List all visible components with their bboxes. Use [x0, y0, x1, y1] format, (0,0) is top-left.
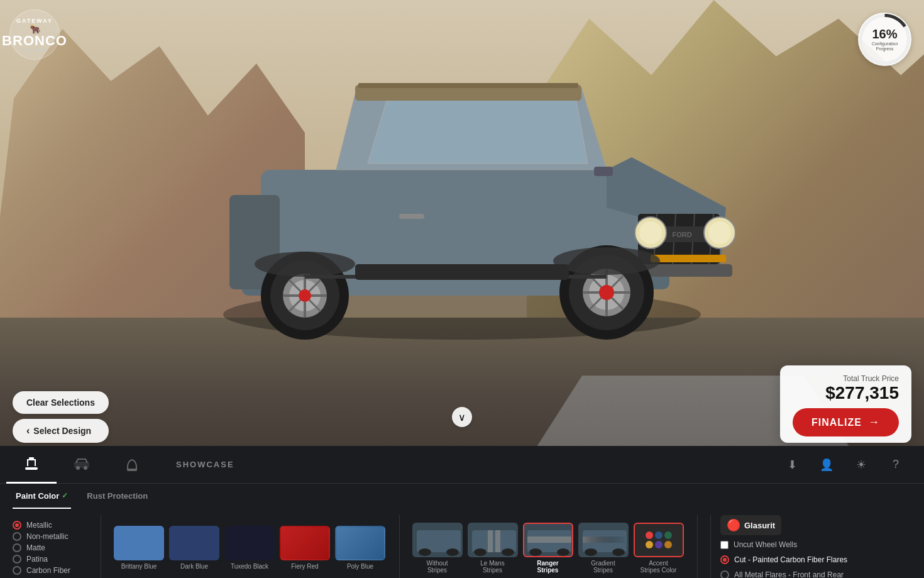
svg-point-65: [585, 548, 597, 556]
svg-point-15: [708, 221, 731, 244]
gradient-stripes-option[interactable]: GradientStripes: [578, 523, 629, 574]
accent-dot-yellow: [646, 541, 653, 548]
chevron-down-icon: ∨: [458, 411, 466, 423]
divider-3: [697, 515, 698, 578]
fiery-red-color[interactable]: [280, 526, 330, 560]
accent-stripes-label: AccentStripes Color: [641, 560, 677, 574]
accent-dot-orange: [664, 541, 672, 548]
ranger-stripes-option[interactable]: RangerStripes: [523, 523, 573, 574]
download-icon[interactable]: ⬇: [779, 452, 805, 477]
svg-point-59: [502, 548, 514, 556]
svg-point-54: [446, 548, 459, 556]
poly-blue-swatch[interactable]: Poly Blue: [335, 526, 385, 570]
brittany-blue-swatch[interactable]: Brittany Blue: [114, 526, 164, 570]
progress-circle: 16% ConfigurationProgress: [858, 13, 911, 66]
matte-radio[interactable]: [13, 543, 21, 552]
accent-stripes-option[interactable]: AccentStripes Color: [634, 523, 684, 574]
matte-filter[interactable]: Matte: [13, 543, 88, 552]
carbon-fiber-label: Carbon Fiber: [26, 566, 70, 575]
progress-inner: 16% ConfigurationProgress: [872, 27, 898, 52]
gradient-stripes-label: GradientStripes: [591, 560, 615, 574]
metallic-radio[interactable]: [13, 521, 21, 530]
carbon-fiber-filter[interactable]: Carbon Fiber: [13, 566, 88, 575]
svg-point-53: [419, 548, 431, 556]
ranger-stripes-label: RangerStripes: [537, 560, 558, 574]
svg-point-14: [639, 221, 662, 244]
svg-point-50: [84, 466, 87, 470]
svg-rect-42: [355, 264, 569, 280]
cut-carbon-radio[interactable]: [720, 555, 729, 564]
svg-point-36: [599, 285, 614, 300]
fiery-red-label: Fiery Red: [291, 563, 318, 570]
le-mans-stripes-option[interactable]: Le MansStripes: [468, 523, 518, 574]
help-icon[interactable]: ?: [883, 452, 908, 477]
accent-dot-red: [646, 531, 653, 539]
svg-rect-57: [495, 530, 500, 552]
without-stripes-preview[interactable]: [412, 523, 463, 557]
showcase-tab[interactable]: SHOWCASE: [163, 446, 247, 484]
gateway-text: GATEWAY: [16, 18, 53, 24]
person-icon[interactable]: 👤: [814, 452, 839, 477]
glasurit-logo[interactable]: 🔴 Glasurit: [720, 515, 781, 535]
svg-point-66: [612, 548, 625, 556]
svg-point-62: [557, 548, 569, 556]
divider-2: [399, 515, 400, 578]
uncut-checkbox[interactable]: [720, 541, 729, 549]
non-metallic-filter[interactable]: Non-metallic: [13, 532, 88, 541]
le-mans-preview[interactable]: [468, 523, 518, 557]
finalize-button[interactable]: FINALIZE: [793, 408, 899, 436]
scroll-down-indicator[interactable]: ∨: [452, 407, 472, 427]
brittany-blue-color[interactable]: [114, 526, 164, 560]
progress-label: ConfigurationProgress: [872, 42, 898, 52]
dark-blue-color[interactable]: [169, 526, 219, 560]
paint-filters: Metallic Non-metallic Matte Patina Carbo…: [13, 515, 88, 578]
svg-rect-43: [358, 83, 578, 88]
glasurit-label: Glasurit: [744, 521, 775, 530]
dark-blue-label: Dark Blue: [180, 563, 208, 570]
accent-dot-blue: [655, 531, 663, 539]
svg-rect-46: [25, 467, 38, 470]
all-metal-flares-option[interactable]: All Metal Flares - Front and Rear: [720, 569, 911, 578]
all-metal-radio[interactable]: [720, 570, 729, 578]
brightness-icon[interactable]: ☀: [849, 452, 874, 477]
patina-filter[interactable]: Patina: [13, 555, 88, 564]
svg-rect-56: [488, 530, 493, 552]
paint-color-tab[interactable]: Paint Color ✓: [13, 484, 71, 509]
divider-1: [101, 515, 101, 578]
cut-carbon-fiber-option[interactable]: Cut - Painted Carbon Fiber Flares: [720, 554, 911, 565]
rust-protection-tab[interactable]: Rust Protection: [84, 484, 151, 509]
tab-row: SHOWCASE ⬇ 👤 ☀ ?: [0, 446, 924, 484]
patina-radio[interactable]: [13, 555, 21, 564]
gradient-stripes-preview[interactable]: [578, 523, 629, 557]
poly-blue-label: Poly Blue: [347, 563, 373, 570]
select-design-button[interactable]: Select Design: [13, 419, 109, 443]
without-stripes-option[interactable]: WithoutStripes: [412, 523, 463, 574]
interior-tab[interactable]: [107, 446, 157, 484]
without-stripes-label: WithoutStripes: [427, 560, 448, 574]
paint-color-check: ✓: [62, 491, 68, 500]
paint-tab[interactable]: [6, 446, 57, 484]
metallic-label: Metallic: [26, 521, 52, 530]
accent-stripes-preview[interactable]: [634, 523, 684, 557]
uncut-label: Uncut Wheel Wells: [734, 540, 797, 549]
tuxedo-black-label: Tuxedo Black: [231, 563, 268, 570]
ranger-stripes-preview[interactable]: [523, 523, 573, 557]
color-swatches: Brittany Blue Dark Blue Tuxedo Black Fie…: [114, 515, 387, 578]
matte-label: Matte: [26, 543, 45, 552]
carbon-fiber-radio[interactable]: [13, 566, 21, 575]
non-metallic-radio[interactable]: [13, 532, 21, 541]
price-value: $277,315: [793, 383, 899, 403]
clear-selections-button[interactable]: Clear Selections: [13, 391, 109, 414]
uncut-wheel-wells-option[interactable]: Uncut Wheel Wells: [720, 539, 911, 550]
accent-dot-green: [664, 531, 672, 539]
tuxedo-black-swatch[interactable]: Tuxedo Black: [224, 526, 275, 570]
accent-dot-purple: [655, 541, 663, 548]
poly-blue-color[interactable]: [335, 526, 385, 560]
tuxedo-black-color[interactable]: [224, 526, 275, 560]
svg-point-61: [529, 548, 542, 556]
dark-blue-swatch[interactable]: Dark Blue: [169, 526, 219, 570]
tab-right-icons: ⬇ 👤 ☀ ?: [779, 452, 918, 477]
metallic-filter[interactable]: Metallic: [13, 521, 88, 530]
exterior-tab[interactable]: [57, 446, 107, 484]
fiery-red-swatch[interactable]: Fiery Red: [280, 526, 330, 570]
